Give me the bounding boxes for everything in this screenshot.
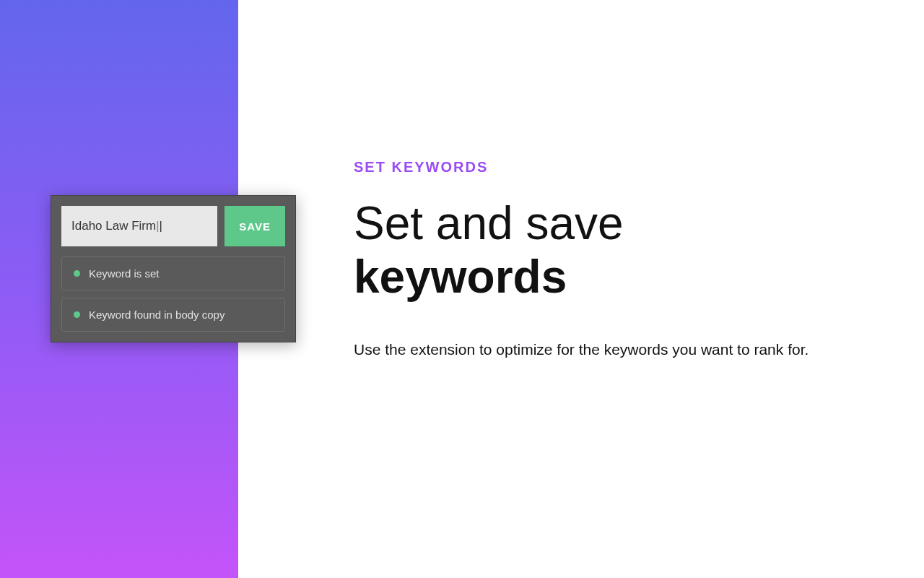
save-button[interactable]: SAVE [225,206,285,246]
status-dot-icon [74,270,80,277]
keyword-input-value: Idaho Law Firm [71,219,156,233]
text-cursor: | [156,219,159,233]
keyword-input[interactable]: Idaho Law Firm| [61,206,217,246]
main-heading: Set and save keywords [354,197,845,303]
status-text: Keyword found in body copy [89,309,225,321]
content-area: SET KEYWORDS Set and save keywords Use t… [354,159,845,363]
status-item-keyword-set: Keyword is set [61,256,285,290]
status-dot-icon [74,311,80,318]
eyebrow-label: SET KEYWORDS [354,159,845,176]
description-text: Use the extension to optimize for the ke… [354,336,845,363]
keyword-input-row: Idaho Law Firm| SAVE [61,206,285,246]
status-text: Keyword is set [89,267,160,280]
keyword-widget: Idaho Law Firm| SAVE Keyword is set Keyw… [51,195,296,342]
heading-line-1: Set and save [354,197,624,249]
status-item-keyword-found: Keyword found in body copy [61,298,285,332]
heading-line-2: keywords [354,251,567,303]
